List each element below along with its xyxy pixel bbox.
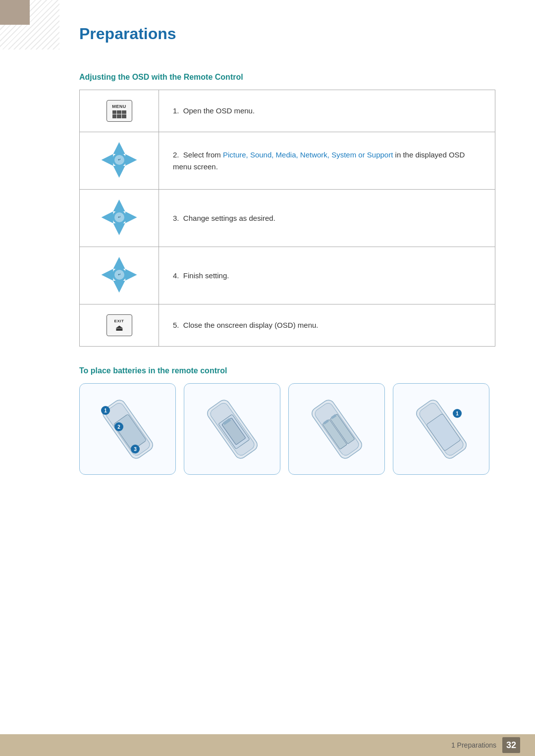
menu-grid: [112, 110, 126, 118]
exit-button-icon: EXIT ⏏: [107, 314, 132, 336]
step-4-cell: 4. Finish setting.: [159, 247, 495, 304]
dpad-left: [102, 211, 113, 223]
step-2-colored: Picture, Sound, Media, Network, System o…: [223, 151, 393, 159]
icon-cell-dpad-3: ↵: [80, 190, 159, 247]
exit-label: EXIT: [114, 319, 124, 323]
osd-table: MENU 1. Open the OSD menu.: [79, 90, 495, 347]
battery-image-2: [184, 383, 280, 475]
battery-section: To place batteries in the remote control…: [79, 366, 495, 475]
step-3-num: 3.: [173, 214, 179, 222]
dpad-down: [113, 223, 125, 235]
battery-svg-1: 1 2 3: [88, 390, 167, 469]
dpad-center: ↵: [112, 210, 126, 224]
step-2-cell: 2. Select from Picture, Sound, Media, Ne…: [159, 132, 495, 190]
battery-svg-2: [193, 390, 272, 469]
dpad-down: [113, 166, 125, 178]
step-1-num: 1.: [173, 106, 179, 115]
icon-cell-exit: EXIT ⏏: [80, 304, 159, 347]
footer-page-number: 32: [502, 737, 520, 753]
icon-cell-dpad-2: ↵: [80, 132, 159, 190]
step-5-text: 5. Close the onscreen display (OSD) menu…: [173, 321, 318, 329]
step-4-description: Finish setting.: [183, 271, 229, 280]
dpad-right: [125, 269, 137, 281]
step-4-num: 4.: [173, 271, 179, 280]
icon-cell-dpad-4: ↵: [80, 247, 159, 304]
corner-block: [0, 0, 30, 25]
battery-image-3: [288, 383, 385, 475]
step-3-description: Change settings as desired.: [183, 214, 275, 222]
step-1-description: Open the OSD menu.: [183, 106, 255, 115]
dpad-center-inner: ↵: [114, 155, 124, 165]
battery-images: 1 2 3: [79, 383, 495, 475]
table-row: ↵ 4. Finish setting.: [80, 247, 495, 304]
battery-image-4: 1: [393, 383, 489, 475]
menu-button-icon: MENU: [107, 100, 132, 122]
footer-section-label: 1 Preparations: [451, 741, 496, 749]
page-title: Preparations: [79, 25, 495, 43]
svg-text:3: 3: [134, 447, 137, 452]
step-5-cell: 5. Close the onscreen display (OSD) menu…: [159, 304, 495, 347]
dpad-down: [113, 281, 125, 293]
battery-image-1: 1 2 3: [79, 383, 176, 475]
step-2-text: 2. Select from Picture, Sound, Media, Ne…: [173, 151, 465, 171]
dpad-right: [125, 154, 137, 166]
svg-text:2: 2: [117, 424, 120, 430]
dpad-right: [125, 211, 137, 223]
exit-icon: ⏏: [115, 324, 123, 332]
dpad-center: ↵: [112, 268, 126, 282]
dpad-center-inner: ↵: [114, 212, 124, 222]
table-row: MENU 1. Open the OSD menu.: [80, 90, 495, 132]
step-5-num: 5.: [173, 321, 179, 329]
dpad-up: [113, 142, 125, 154]
dpad-icon-3: ↵: [102, 200, 137, 235]
step-5-description: Close the onscreen display (OSD) menu.: [183, 321, 319, 329]
svg-text:1: 1: [456, 411, 459, 416]
table-row: EXIT ⏏ 5. Close the onscreen display (OS…: [80, 304, 495, 347]
page-content: Preparations Adjusting the OSD with the …: [0, 0, 535, 514]
dpad-center: ↵: [112, 153, 126, 167]
dpad-left: [102, 269, 113, 281]
svg-text:1: 1: [104, 408, 107, 413]
osd-section-title: Adjusting the OSD with the Remote Contro…: [79, 73, 495, 82]
battery-svg-3: [297, 390, 376, 469]
dpad-center-inner: ↵: [114, 270, 124, 280]
menu-label: MENU: [112, 104, 126, 109]
dpad-up: [113, 200, 125, 211]
page-footer: 1 Preparations 32: [0, 734, 535, 756]
step-2-num: 2.: [173, 151, 179, 159]
battery-section-title: To place batteries in the remote control: [79, 366, 495, 375]
step-2-prefix: Select from: [183, 151, 223, 159]
step-3-cell: 3. Change settings as desired.: [159, 190, 495, 247]
step-4-text: 4. Finish setting.: [173, 271, 229, 280]
dpad-up: [113, 257, 125, 269]
icon-cell-menu: MENU: [80, 90, 159, 132]
step-1-cell: 1. Open the OSD menu.: [159, 90, 495, 132]
table-row: ↵ 3. Change settings as desired.: [80, 190, 495, 247]
step-3-text: 3. Change settings as desired.: [173, 214, 275, 222]
step-1-text: 1. Open the OSD menu.: [173, 106, 255, 115]
dpad-icon-2: ↵: [102, 142, 137, 178]
dpad-left: [102, 154, 113, 166]
dpad-icon-4: ↵: [102, 257, 137, 293]
battery-svg-4: 1: [402, 390, 481, 469]
table-row: ↵ 2. Select from Picture, Sound, Media, …: [80, 132, 495, 190]
